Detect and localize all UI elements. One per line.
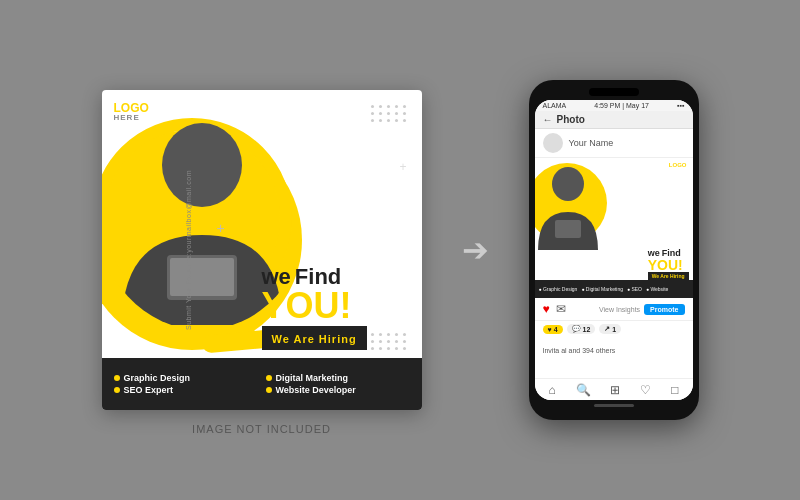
mini-skills-bar: ● Graphic Design ● Digital Marketing ● S…	[535, 280, 693, 298]
status-carrier: ALAMA	[543, 102, 567, 109]
likes-count: 4	[554, 326, 558, 333]
mini-you: YOU!	[648, 258, 689, 272]
skill-label-3: SEO Expert	[124, 385, 174, 395]
skill-seo-expert: SEO Expert	[114, 385, 258, 395]
add-nav-icon[interactable]: ⊞	[610, 383, 620, 397]
skill-label-1: Graphic Design	[124, 373, 191, 383]
profile-nav-icon[interactable]: □	[671, 383, 678, 397]
comment-reaction: 💬	[572, 325, 581, 333]
phone-user-row: Your Name	[535, 129, 693, 158]
user-name: Your Name	[569, 138, 614, 148]
image-not-included-label: IMAGE NOT INCLUDED	[192, 423, 331, 435]
plus-decoration-2: +	[399, 160, 406, 174]
skill-label-2: Digital Marketing	[276, 373, 349, 383]
skill-dot-2	[266, 375, 272, 381]
shares-badge: ↗ 1	[599, 324, 621, 334]
mini-person	[535, 160, 603, 250]
mini-hiring: We Are Hiring	[648, 272, 689, 280]
mini-skill-3: ● SEO	[627, 286, 642, 292]
heart-reaction: ♥	[548, 326, 552, 333]
skill-dot-1	[114, 375, 120, 381]
arrow-container: ➔	[462, 231, 489, 269]
skills-bar: Graphic Design Digital Marketing SEO Exp…	[102, 358, 422, 410]
svg-point-3	[552, 167, 584, 201]
phone-home-bar	[594, 404, 634, 407]
svg-rect-4	[555, 220, 581, 238]
photo-nav-label: Photo	[557, 114, 585, 125]
action-buttons-left: ♥ ✉	[543, 302, 566, 316]
mini-skill-1: ● Graphic Design	[539, 286, 578, 292]
heart-icon[interactable]: ♥	[543, 302, 550, 316]
skill-dot-4	[266, 387, 272, 393]
skill-dot-3	[114, 387, 120, 393]
phone-actions-row: ♥ ✉ View Insights Promote	[535, 298, 693, 321]
dots-top-right	[371, 105, 407, 122]
share-reaction: ↗	[604, 325, 610, 333]
phone-screen: ALAMA 4:59 PM | May 17 ▪▪▪ ← Photo Your …	[535, 100, 693, 400]
phone-bottom-nav: ⌂ 🔍 ⊞ ♡ □	[535, 378, 693, 400]
skill-digital-marketing: Digital Marketing	[266, 373, 410, 383]
phone-notch	[589, 88, 639, 96]
phone-nav-bar: ← Photo	[535, 111, 693, 129]
phone-status-bar: ALAMA 4:59 PM | May 17 ▪▪▪	[535, 100, 693, 111]
liked-by-text: Invita al and 394 others	[543, 347, 616, 354]
user-avatar	[543, 133, 563, 153]
comments-count: 12	[583, 326, 591, 333]
phone-reactions-row: ♥ 4 💬 12 ↗ 1	[535, 321, 693, 337]
skill-graphic-design: Graphic Design	[114, 373, 258, 383]
phone-post-image: LOGO we Find YOU! We Are Hiring ● Graphi…	[535, 158, 693, 298]
mini-text-area: we Find YOU! We Are Hiring	[648, 249, 689, 280]
you-text: YOU!	[262, 288, 412, 324]
svg-point-0	[162, 123, 242, 207]
status-time: 4:59 PM | May 17	[594, 102, 649, 109]
liked-by-row: Invita al and 394 others	[535, 337, 693, 359]
side-submit-text: Submit Your Resume:yourmailbox@mail.com	[184, 170, 191, 330]
svg-rect-2	[170, 258, 234, 296]
search-nav-icon[interactable]: 🔍	[576, 383, 591, 397]
mini-skill-2: ● Digital Marketing	[581, 286, 623, 292]
plus-decoration-1: +	[217, 220, 225, 236]
design-card: LOGO HERE Submit Your Resume:yourmailbox…	[102, 90, 422, 410]
likes-badge: ♥ 4	[543, 325, 563, 334]
mini-design-card: LOGO we Find YOU! We Are Hiring ● Graphi…	[535, 158, 693, 298]
logo-box: LOGO HERE	[114, 102, 149, 122]
card-headline-area: we Find YOU! We Are Hiring	[262, 266, 412, 350]
mini-skill-4: ● Website	[646, 286, 668, 292]
hiring-bar: We Are Hiring	[262, 326, 367, 350]
back-arrow-icon[interactable]: ←	[543, 114, 553, 125]
status-icons: ▪▪▪	[677, 102, 684, 109]
promote-button[interactable]: Promote	[644, 304, 684, 315]
skill-label-4: Website Developer	[276, 385, 356, 395]
insight-promote-area: View Insights Promote	[599, 304, 685, 315]
view-insights-text[interactable]: View Insights	[599, 306, 640, 313]
hiring-text: We Are Hiring	[272, 333, 357, 345]
home-nav-icon[interactable]: ⌂	[548, 383, 555, 397]
phone-mockup: ALAMA 4:59 PM | May 17 ▪▪▪ ← Photo Your …	[529, 80, 699, 420]
comments-badge: 💬 12	[567, 324, 596, 334]
arrow-icon: ➔	[462, 231, 489, 269]
heart-nav-icon[interactable]: ♡	[640, 383, 651, 397]
send-icon[interactable]: ✉	[556, 302, 566, 316]
mini-logo: LOGO	[669, 162, 687, 168]
shares-count: 1	[612, 326, 616, 333]
skill-website-developer: Website Developer	[266, 385, 410, 395]
skills-grid: Graphic Design Digital Marketing SEO Exp…	[114, 373, 410, 395]
logo-here-text: HERE	[114, 114, 149, 122]
